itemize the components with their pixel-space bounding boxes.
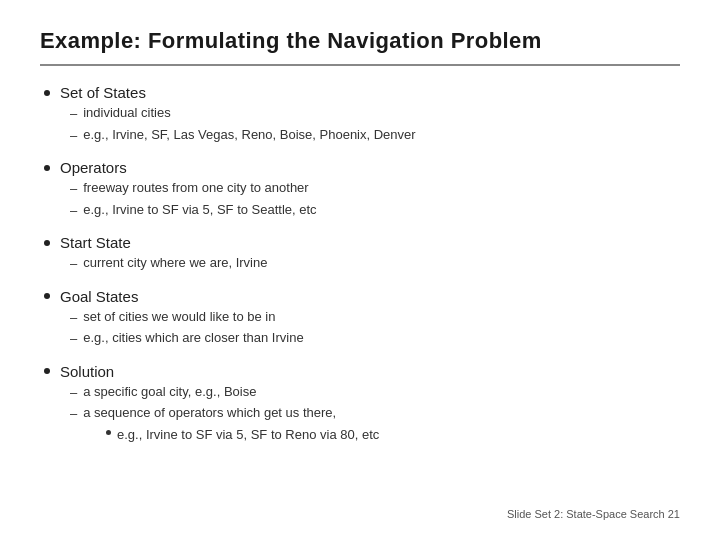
sub-bullet-dot [106,430,111,435]
list-item: – e.g., Irvine, SF, Las Vegas, Reno, Boi… [70,125,680,146]
dash-icon: – [70,179,77,199]
dash-icon: – [70,104,77,124]
bullet-dot-operators [44,165,50,171]
sub-items-set-of-states: – individual cities – e.g., Irvine, SF, … [70,103,680,145]
sub-item-text: individual cities [83,103,170,123]
content-area: Set of States – individual cities – e.g.… [40,84,680,500]
section-operators: Operators – freeway routes from one city… [40,159,680,220]
slide-title: Example: Formulating the Navigation Prob… [40,28,680,54]
sub-item-text: e.g., Irvine to SF via 5, SF to Seattle,… [83,200,316,220]
dash-icon: – [70,201,77,221]
dash-icon: – [70,329,77,349]
sub-items-goal-states: – set of cities we would like to be in –… [70,307,680,349]
bullet-dot-solution [44,368,50,374]
list-item: e.g., Irvine to SF via 5, SF to Reno via… [106,425,680,445]
list-item: – a specific goal city, e.g., Boise [70,382,680,403]
sub-item-text: e.g., Irvine, SF, Las Vegas, Reno, Boise… [83,125,415,145]
title-divider [40,64,680,66]
list-item: – e.g., Irvine to SF via 5, SF to Seattl… [70,200,680,221]
sub-items-operators: – freeway routes from one city to anothe… [70,178,680,220]
dash-icon: – [70,126,77,146]
sub-sub-item-text: e.g., Irvine to SF via 5, SF to Reno via… [117,425,379,445]
section-start-state: Start State – current city where we are,… [40,234,680,274]
sub-item-text: e.g., cities which are closer than Irvin… [83,328,303,348]
label-solution: Solution [60,363,114,380]
dash-icon: – [70,404,77,424]
bullet-dot-start-state [44,240,50,246]
bullet-dot-set-of-states [44,90,50,96]
sub-items-solution: – a specific goal city, e.g., Boise – a … [70,382,680,445]
bullet-header-start-state: Start State [40,234,680,251]
label-set-of-states: Set of States [60,84,146,101]
dash-icon: – [70,254,77,274]
list-item: – individual cities [70,103,680,124]
section-set-of-states: Set of States – individual cities – e.g.… [40,84,680,145]
label-goal-states: Goal States [60,288,138,305]
list-item: – freeway routes from one city to anothe… [70,178,680,199]
sub-item-text: current city where we are, Irvine [83,253,267,273]
sub-item-text: a specific goal city, e.g., Boise [83,382,256,402]
section-goal-states: Goal States – set of cities we would lik… [40,288,680,349]
slide-footer: Slide Set 2: State-Space Search 21 [40,508,680,520]
bullet-header-solution: Solution [40,363,680,380]
dash-icon: – [70,383,77,403]
label-start-state: Start State [60,234,131,251]
sub-items-start-state: – current city where we are, Irvine [70,253,680,274]
list-item: – e.g., cities which are closer than Irv… [70,328,680,349]
sub-item-text: set of cities we would like to be in [83,307,275,327]
list-item: – set of cities we would like to be in [70,307,680,328]
section-solution: Solution – a specific goal city, e.g., B… [40,363,680,445]
bullet-dot-goal-states [44,293,50,299]
list-item: – a sequence of operators which get us t… [70,403,680,424]
sub-item-text: freeway routes from one city to another [83,178,308,198]
sub-item-text: a sequence of operators which get us the… [83,403,336,423]
dash-icon: – [70,308,77,328]
label-operators: Operators [60,159,127,176]
list-item: – current city where we are, Irvine [70,253,680,274]
sub-sub-items-solution: e.g., Irvine to SF via 5, SF to Reno via… [106,425,680,445]
slide: Example: Formulating the Navigation Prob… [0,0,720,540]
bullet-header-set-of-states: Set of States [40,84,680,101]
bullet-header-operators: Operators [40,159,680,176]
bullet-header-goal-states: Goal States [40,288,680,305]
